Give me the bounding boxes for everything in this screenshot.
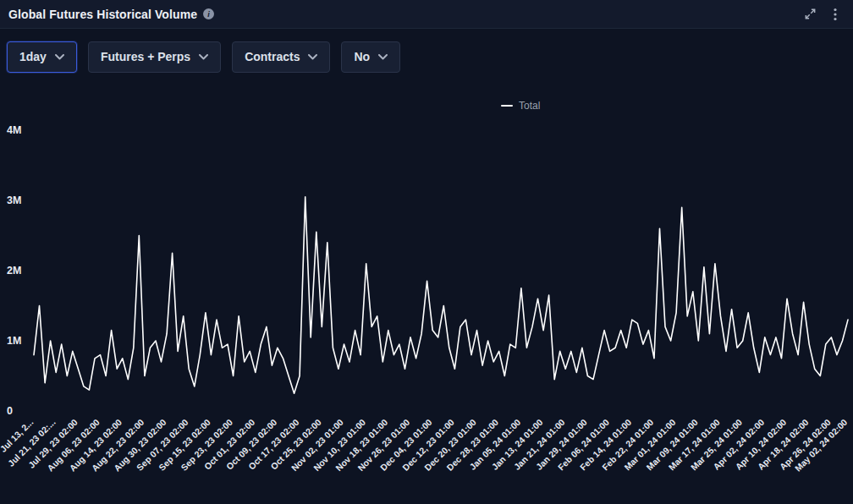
market-type-filter-button[interactable]: Futures + Perps [88, 41, 221, 73]
volume-line-chart[interactable]: 4M3M2M1M0Jul 13, 2...Jul 21, 23 02:...Ju… [0, 108, 853, 504]
panel-title: Global Futures Historical Volume [8, 8, 197, 21]
y-axis-tick-label: 3M [7, 194, 21, 206]
option-filter-button[interactable]: No [341, 41, 400, 73]
chart-area[interactable]: Total 4M3M2M1M0Jul 13, 2...Jul 21, 23 02… [0, 85, 853, 504]
chevron-down-icon [378, 54, 388, 60]
option-filter-label: No [354, 50, 370, 63]
chevron-down-icon [55, 54, 64, 60]
info-icon[interactable]: i [203, 8, 214, 19]
unit-filter-button[interactable]: Contracts [232, 41, 330, 73]
kebab-menu-icon[interactable] [826, 5, 845, 24]
panel-header: Global Futures Historical Volume i [0, 0, 853, 29]
chevron-down-icon [199, 54, 208, 60]
y-axis-tick-label: 2M [7, 265, 21, 277]
expand-icon[interactable] [801, 5, 819, 24]
y-axis-tick-label: 1M [7, 335, 21, 347]
y-axis-tick-label: 4M [7, 124, 21, 136]
interval-filter-label: 1day [19, 50, 47, 63]
y-axis-tick-label: 0 [7, 405, 13, 417]
legend-line-swatch [501, 105, 513, 107]
volume-panel: Global Futures Historical Volume i 1day [0, 0, 853, 504]
total-volume-line[interactable] [34, 197, 848, 393]
interval-filter-button[interactable]: 1day [7, 41, 77, 73]
filter-toolbar: 1day Futures + Perps Contracts No [0, 29, 853, 85]
market-type-filter-label: Futures + Perps [101, 50, 190, 63]
unit-filter-label: Contracts [245, 50, 300, 63]
chevron-down-icon [308, 54, 317, 60]
